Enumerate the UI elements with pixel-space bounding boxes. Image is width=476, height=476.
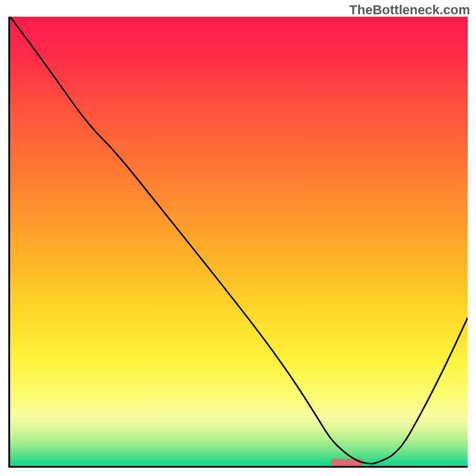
watermark-text: TheBottleneck.com: [349, 2, 470, 18]
bottleneck-curve: [10, 17, 468, 466]
plot-area: [8, 17, 468, 468]
chart-container: TheBottleneck.com: [0, 0, 476, 476]
